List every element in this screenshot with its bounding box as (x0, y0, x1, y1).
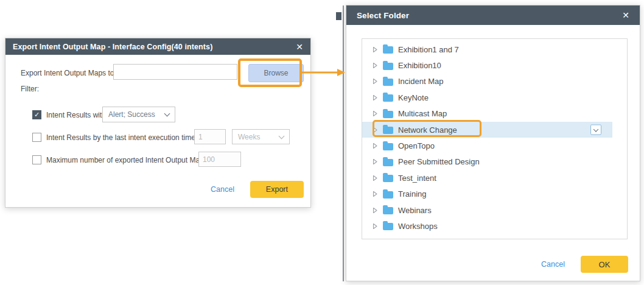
folder-label: KeyNote (398, 93, 429, 102)
folder-label: Peer Submitted Design (398, 157, 480, 166)
expand-arrow-icon[interactable] (373, 175, 378, 181)
folder-icon (383, 223, 393, 230)
filter-row-results-with: ✓ Intent Results with: (32, 107, 108, 122)
background-window-fragment (336, 12, 341, 20)
execution-time-label: Intent Results by the last intent execut… (46, 133, 197, 142)
intent-results-with-checkbox[interactable]: ✓ (32, 110, 41, 119)
expand-arrow-icon[interactable] (373, 223, 378, 230)
export-path-label: Export Intent Output Maps to: (21, 69, 116, 77)
folder-label: Exhibition10 (398, 61, 441, 70)
expand-arrow-icon[interactable] (373, 207, 378, 214)
folder-label: Network Change (398, 125, 457, 135)
expand-arrow-icon[interactable] (373, 191, 378, 197)
folder-row[interactable]: Training (362, 186, 612, 202)
execution-time-unit-value: Weeks (238, 133, 260, 141)
export-dialog-actions: Cancel Export (211, 181, 304, 198)
export-intent-dialog: Export Intent Output Map - Interface Con… (5, 38, 311, 208)
folder-row[interactable]: KeyNote (362, 90, 612, 105)
folder-icon (383, 79, 393, 86)
folder-icon (383, 111, 393, 118)
chevron-down-icon (164, 111, 170, 117)
folder-icon (383, 207, 393, 214)
execution-time-checkbox[interactable] (32, 133, 41, 142)
folder-row[interactable]: Peer Submitted Design (362, 154, 612, 170)
folder-row[interactable]: Incident Map (362, 74, 612, 90)
folder-label: OpenTopo (398, 141, 435, 150)
export-dialog-title: Export Intent Output Map - Interface Con… (13, 43, 212, 51)
folder-label: Incident Map (398, 77, 443, 86)
filter-label: Filter: (21, 85, 39, 93)
screen: Export Intent Output Map - Interface Con… (0, 0, 644, 285)
folder-label: Webinars (398, 206, 432, 215)
close-icon[interactable]: ✕ (296, 43, 303, 51)
cancel-link[interactable]: Cancel (541, 260, 565, 269)
background-window-edge (343, 5, 344, 281)
folder-dialog-titlebar: Select Folder ✕ (346, 5, 640, 25)
chevron-down-icon (279, 133, 285, 139)
folder-icon (383, 191, 393, 199)
max-maps-checkbox[interactable] (32, 155, 41, 164)
folder-icon (383, 127, 393, 134)
cancel-link[interactable]: Cancel (211, 185, 234, 194)
expand-arrow-icon[interactable] (373, 142, 378, 149)
folder-row[interactable]: OpenTopo (362, 138, 612, 153)
export-dialog-titlebar: Export Intent Output Map - Interface Con… (5, 38, 310, 55)
chevron-down-icon (593, 127, 598, 132)
expand-arrow-icon[interactable] (373, 46, 378, 53)
folder-icon (383, 46, 393, 54)
folder-label: Multicast Map (398, 109, 447, 118)
select-folder-dialog: Select Folder ✕ Exhibition1 and 7Exhibit… (346, 5, 640, 281)
folder-icon (383, 143, 393, 150)
selected-folder-dropdown-button[interactable] (590, 125, 601, 135)
folder-row[interactable]: Multicast Map (362, 106, 612, 122)
intent-results-with-select[interactable]: Alert; Success (102, 107, 175, 122)
folder-row[interactable]: Webinars (362, 202, 612, 218)
export-button[interactable]: Export (250, 181, 304, 198)
max-maps-label: Maximum number of exported Intent Output… (46, 156, 209, 164)
folder-dialog-actions: Cancel OK (541, 256, 628, 273)
filter-row-execution-time: Intent Results by the last intent execut… (32, 130, 197, 145)
expand-arrow-icon[interactable] (373, 110, 378, 117)
folder-label: Exhibition1 and 7 (398, 45, 459, 54)
folder-row[interactable]: Network Change (362, 122, 612, 138)
folder-icon (383, 159, 393, 166)
browse-button[interactable]: Browse (248, 64, 304, 82)
folder-row[interactable]: Test_intent (362, 170, 612, 186)
folder-icon (383, 94, 393, 102)
ok-button[interactable]: OK (581, 256, 628, 273)
execution-time-unit-select[interactable]: Weeks (232, 129, 290, 144)
folder-icon (383, 63, 393, 70)
folder-label: Workshops (398, 222, 438, 231)
max-maps-value-input[interactable] (198, 152, 241, 167)
folder-label: Training (398, 189, 426, 199)
folder-dialog-title: Select Folder (357, 11, 409, 20)
expand-arrow-icon[interactable] (373, 62, 378, 69)
close-icon[interactable]: ✕ (622, 11, 629, 19)
export-path-input[interactable] (113, 64, 237, 80)
expand-arrow-icon[interactable] (373, 78, 378, 85)
intent-results-with-value: Alert; Success (108, 110, 155, 119)
folder-row[interactable]: Exhibition10 (362, 57, 612, 73)
folder-label: Test_intent (398, 174, 436, 183)
folder-row[interactable]: Workshops (362, 218, 612, 234)
intent-results-with-label: Intent Results with: (46, 111, 108, 119)
expand-arrow-icon[interactable] (373, 158, 378, 165)
expand-arrow-icon[interactable] (373, 127, 378, 133)
expand-arrow-icon[interactable] (373, 94, 378, 101)
filter-row-max-maps: Maximum number of exported Intent Output… (32, 152, 209, 167)
execution-time-value-input[interactable] (194, 129, 226, 144)
folder-row[interactable]: Exhibition1 and 7 (362, 41, 612, 57)
folder-list: Exhibition1 and 7Exhibition10Incident Ma… (362, 38, 628, 239)
folder-icon (383, 175, 393, 182)
